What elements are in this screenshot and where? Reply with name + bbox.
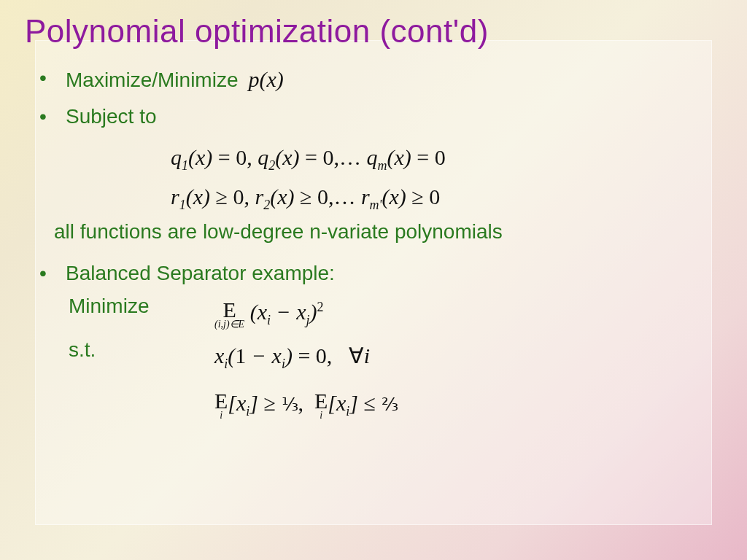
bullet-label: Balanced Separator example: — [66, 262, 335, 284]
polynomial-note: all functions are low-degree n-variate p… — [54, 220, 722, 244]
slide-title: Polynomial optimization (cont'd) — [25, 13, 722, 50]
bullet-label: Subject to — [66, 105, 157, 128]
example-st-constraint-2: Ei[xi] ≥ ⅓, Ei[xi] ≤ ⅔ — [214, 386, 398, 422]
example-minimize-row: Minimize E(i,j)∈E (xi − xj)2 — [69, 295, 722, 331]
bullet-maximize: Maximize/Minimize p(x) — [39, 63, 722, 96]
slide-content: Polynomial optimization (cont'd) Maximiz… — [0, 0, 747, 560]
example-label-minimize: Minimize — [69, 295, 214, 318]
example-minimize-math: E(i,j)∈E (xi − xj)2 — [214, 295, 324, 331]
inequality-constraints: r1(x) ≥ 0, r2(x) ≥ 0,… rm'(x) ≥ 0 — [171, 177, 722, 217]
bullet-subject-to: Subject to — [39, 101, 722, 132]
equality-constraints: q1(x) = 0, q2(x) = 0,… qm(x) = 0 — [171, 138, 722, 177]
bullet-balanced-separator: Balanced Separator example: — [39, 258, 722, 289]
example-st-constraint-1: xi(1 − xi) = 0, ∀i — [214, 338, 398, 375]
bullet-list: Maximize/Minimize p(x) Subject to — [25, 63, 722, 132]
example-label-st: s.t. — [69, 338, 214, 362]
example-st-row: s.t. xi(1 − xi) = 0, ∀i Ei[xi] ≥ ⅓, Ei[x… — [69, 338, 722, 423]
math-px: p(x) — [248, 63, 283, 96]
bullet-list-2: Balanced Separator example: — [25, 258, 722, 289]
example-block: Minimize E(i,j)∈E (xi − xj)2 s.t. xi(1 −… — [69, 295, 722, 422]
bullet-label: Maximize/Minimize — [66, 65, 238, 96]
